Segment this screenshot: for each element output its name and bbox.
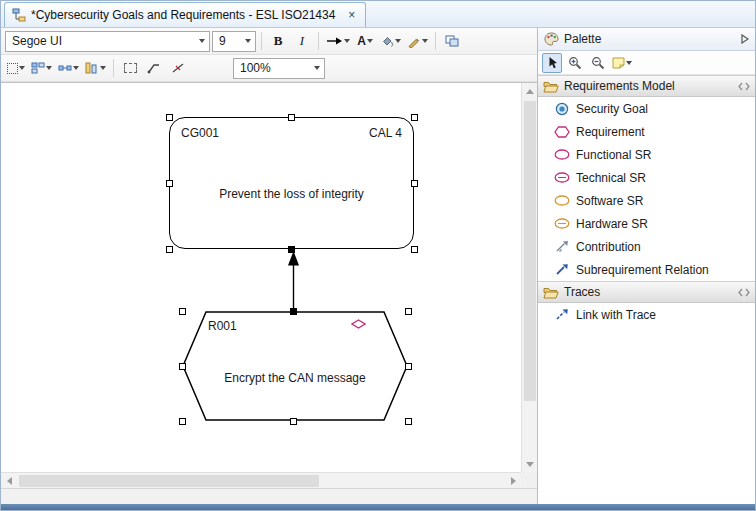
collapse-palette-icon[interactable] — [741, 34, 749, 44]
palette-item-technical-sr[interactable]: Technical SR — [538, 166, 755, 189]
scroll-right-arrow[interactable] — [505, 473, 521, 489]
status-trim — [1, 488, 537, 504]
selection-handle[interactable] — [166, 180, 173, 187]
align-button[interactable] — [29, 57, 54, 79]
selection-handle[interactable] — [179, 308, 186, 315]
oblique-router-button[interactable] — [143, 57, 165, 79]
selection-handle[interactable] — [411, 114, 418, 121]
arrow-style-button[interactable] — [324, 30, 352, 52]
security-goal-node[interactable]: CG001 CAL 4 Prevent the loss of integrit… — [169, 117, 414, 249]
copy-appearance-icon — [445, 35, 460, 48]
toolbar-separator — [113, 59, 114, 77]
zoom-out-tool-button[interactable] — [588, 53, 608, 73]
chevron-down-icon[interactable] — [194, 32, 209, 51]
note-tool-button[interactable] — [611, 53, 633, 73]
order-button[interactable] — [83, 57, 108, 79]
drawer-label: Traces — [564, 285, 733, 299]
selection-handle[interactable] — [288, 246, 295, 253]
tab-close-icon[interactable]: × — [345, 9, 358, 22]
palette-item-label: Technical SR — [576, 171, 646, 185]
vertical-scrollbar[interactable] — [521, 83, 537, 472]
diagram-canvas[interactable]: CG001 CAL 4 Prevent the loss of integrit… — [1, 83, 521, 472]
selection-handle[interactable] — [179, 363, 186, 370]
palette-item-software-sr[interactable]: Software SR — [538, 189, 755, 212]
font-family-value: Segoe UI — [6, 34, 194, 48]
distribute-button[interactable] — [56, 57, 81, 79]
requirement-icon — [553, 126, 570, 138]
selection-handle[interactable] — [290, 418, 297, 425]
palette-item-contribution[interactable]: Contribution — [538, 235, 755, 258]
zoom-value: 100% — [234, 61, 309, 75]
palette-title: Palette — [564, 32, 736, 46]
selection-handle[interactable] — [405, 363, 412, 370]
selection-handle[interactable] — [290, 308, 297, 315]
chevron-down-icon — [100, 66, 106, 70]
italic-button[interactable]: I — [291, 30, 313, 52]
rectilinear-router-icon — [171, 62, 185, 74]
selection-handle[interactable] — [166, 246, 173, 253]
chevron-down-icon[interactable] — [309, 59, 324, 78]
scrollbar-corner — [521, 472, 537, 488]
editor-area: Segoe UI 9 B I — [1, 28, 538, 504]
chevron-down-icon — [626, 61, 632, 65]
requirement-node-id: R001 — [208, 319, 237, 333]
palette-item-subrequirement-relation[interactable]: Subrequirement Relation — [538, 258, 755, 281]
scroll-up-arrow[interactable] — [522, 83, 538, 99]
font-size-combo[interactable]: 9 — [212, 31, 256, 52]
select-mode-button[interactable] — [5, 57, 27, 79]
palette-item-link-with-trace[interactable]: Link with Trace — [538, 303, 755, 326]
palette-icon — [544, 32, 559, 46]
palette-item-functional-sr[interactable]: Functional SR — [538, 143, 755, 166]
requirement-node-label: Encrypt the CAN message — [182, 371, 408, 385]
font-family-combo[interactable]: Segoe UI — [5, 31, 210, 52]
technical-sr-icon — [553, 172, 570, 183]
order-icon — [85, 62, 99, 74]
drawer-pin-icon[interactable] — [738, 82, 750, 91]
rectilinear-router-button[interactable] — [167, 57, 189, 79]
palette-drawer-requirements-model[interactable]: Requirements Model — [538, 75, 755, 97]
chevron-down-icon — [422, 39, 428, 43]
bold-button[interactable]: B — [267, 30, 289, 52]
selection-handle[interactable] — [411, 246, 418, 253]
selection-handle[interactable] — [179, 418, 186, 425]
selection-handle[interactable] — [288, 114, 295, 121]
toolbar-separator — [261, 32, 262, 50]
vertical-scroll-thumb[interactable] — [524, 101, 536, 401]
palette-item-hardware-sr[interactable]: Hardware SR — [538, 212, 755, 235]
zoom-combo[interactable]: 100% — [233, 58, 325, 79]
fill-color-button[interactable] — [378, 30, 403, 52]
horizontal-scrollbar[interactable] — [1, 472, 521, 488]
font-color-icon: A — [357, 34, 366, 48]
palette-header[interactable]: Palette — [538, 28, 755, 51]
scroll-down-arrow[interactable] — [522, 456, 538, 472]
apply-style-button[interactable] — [441, 30, 463, 52]
distribute-icon — [58, 62, 72, 74]
chevron-down-icon[interactable] — [240, 32, 255, 51]
palette-item-security-goal[interactable]: Security Goal — [538, 97, 755, 120]
subrequirement-relation-icon — [553, 263, 570, 276]
font-color-button[interactable]: A — [354, 30, 376, 52]
select-tool-button[interactable] — [542, 53, 562, 73]
selection-handle[interactable] — [405, 418, 412, 425]
auto-size-button[interactable] — [119, 57, 141, 79]
pen-icon — [407, 35, 421, 48]
zoom-in-icon — [568, 56, 582, 70]
requirement-marker-icon — [351, 319, 366, 329]
software-sr-icon — [553, 195, 570, 206]
palette-item-requirement[interactable]: Requirement — [538, 120, 755, 143]
selection-handle[interactable] — [411, 180, 418, 187]
zoom-in-tool-button[interactable] — [565, 53, 585, 73]
line-color-button[interactable] — [405, 30, 430, 52]
horizontal-scroll-thumb[interactable] — [19, 475, 319, 487]
drawer-pin-icon[interactable] — [738, 288, 750, 297]
palette-drawer-traces[interactable]: Traces — [538, 281, 755, 303]
selection-handle[interactable] — [166, 114, 173, 121]
goal-node-id: CG001 — [181, 126, 219, 140]
selection-handle[interactable] — [405, 308, 412, 315]
note-icon — [612, 57, 625, 69]
requirement-node[interactable]: R001 Encrypt the CAN message — [182, 311, 408, 421]
paint-bucket-icon — [380, 35, 394, 48]
goal-node-label: Prevent the loss of integrity — [170, 187, 413, 201]
scroll-left-arrow[interactable] — [1, 473, 17, 489]
editor-tab[interactable]: *Cybersecurity Goals and Requirements - … — [4, 2, 366, 27]
